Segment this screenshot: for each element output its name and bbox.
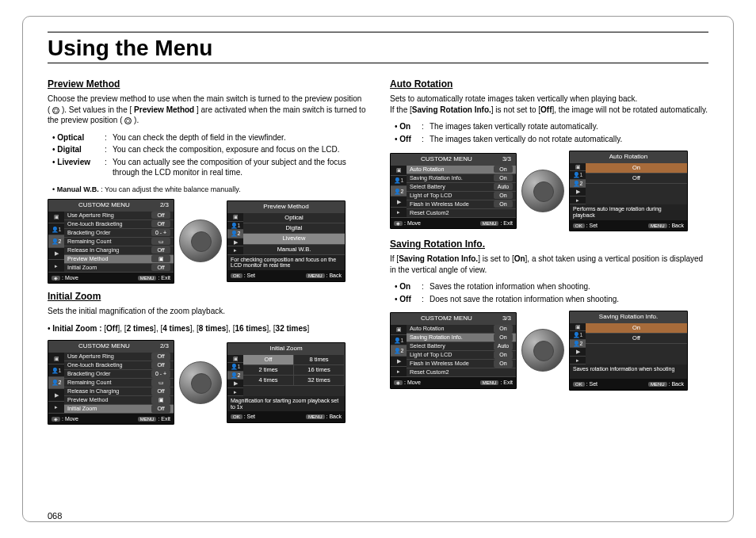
rule-under <box>48 63 708 63</box>
h-auto-rotation: Auto Rotation <box>390 78 708 90</box>
col-left: Preview Method Choose the preview method… <box>48 74 366 431</box>
auto-bullets: • On:The images taken vertically rotate … <box>395 121 708 144</box>
zoom-options: • Initial Zoom : [Off], [2 times], [4 ti… <box>48 323 366 334</box>
h-preview-method: Preview Method <box>48 78 366 90</box>
h-initial-zoom: Initial Zoom <box>48 290 366 303</box>
h-saving-rotation: Saving Rotation Info. <box>390 238 708 250</box>
auto-intro: Sets to automatically rotate images take… <box>390 93 708 115</box>
lcd-zoom-detail: Initial Zoom ▣👤1👤2▶▸ Off8 times 2 times1… <box>227 342 346 423</box>
dial-icon: OK <box>521 170 564 212</box>
preview-bullets: • Optical:You can check the depth of fie… <box>52 132 366 178</box>
save-bullets: • On:Saves the rotation information when… <box>395 281 708 304</box>
page-title: Using the Menu <box>48 36 708 61</box>
dial-icon: OK <box>179 219 222 262</box>
lcd-custom2-save: CUSTOM2 MENU3/3 ▣👤1👤2▶▸ Auto RotationOn … <box>390 312 517 388</box>
tab-play-icon: ▶ <box>48 248 64 260</box>
preview-pos-icon <box>124 117 132 124</box>
tab-setup-icon: ▸ <box>48 260 64 272</box>
lcd-auto-detail: Auto Rotation ▣👤1👤2▶▸ On Off Performs au… <box>569 151 688 231</box>
lcd-custom2-preview: CUSTOM2 MENU2/3 ▣ 👤1 👤2 ▶ ▸ Use Aperture… <box>48 199 174 284</box>
preview-pos-icon <box>52 107 59 114</box>
preview-intro: Choose the preview method to use when th… <box>48 93 366 126</box>
lcd-custom2-zoom: CUSTOM2 MENU2/3 ▣👤1👤2▶▸ Use Aperture Rin… <box>48 340 174 425</box>
save-intro: If [Saving Rotation Info.] is set to [On… <box>390 254 708 275</box>
zoom-intro: Sets the initial magnification of the zo… <box>48 306 366 317</box>
tab-user1-icon: 👤1 <box>48 223 64 235</box>
page-number: 068 <box>48 511 62 521</box>
dial-icon: OK <box>179 361 222 404</box>
lcd-save-detail: Saving Rotation Info. ▣👤1👤2▶▸ On Off Sav… <box>569 311 688 390</box>
dial-icon: OK <box>521 329 564 372</box>
manual-wb-note: • Manual W.B. : You can adjust the white… <box>52 185 366 194</box>
rule-top <box>48 32 708 32</box>
col-right: Auto Rotation Sets to automatically rota… <box>390 74 708 431</box>
tab-user2-icon: 👤2 <box>48 235 64 247</box>
lcd-custom2-auto: CUSTOM2 MENU3/3 ▣👤1👤2▶▸ Auto RotationOn … <box>390 153 517 229</box>
tab-camera-icon: ▣ <box>48 212 64 223</box>
lcd-preview-detail: Preview Method ▣👤1👤2▶▸ Optical Digital L… <box>227 200 346 281</box>
